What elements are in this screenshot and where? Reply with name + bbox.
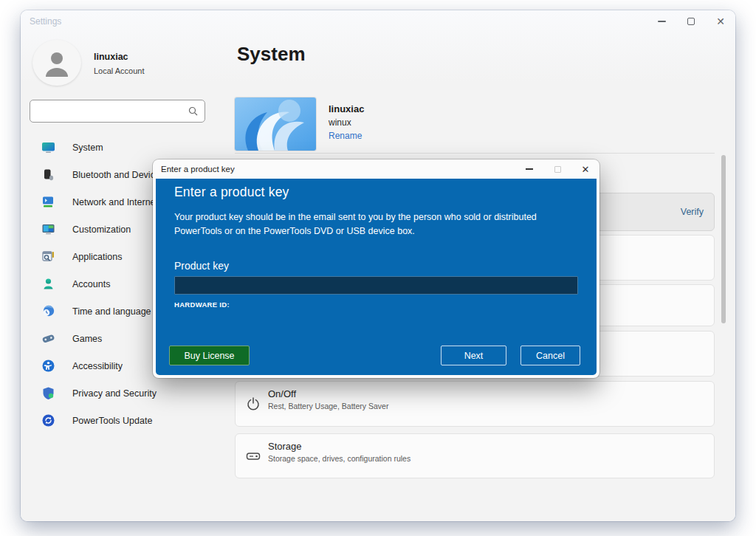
dialog-heading: Enter a product key [174,185,580,200]
device-name: linuxiac [329,103,364,114]
minimize-button[interactable] [647,11,676,32]
product-key-input[interactable] [174,276,578,295]
maximize-button[interactable] [676,11,706,32]
settings-titlebar: Settings ✕ [21,10,735,32]
account-type: Local Account [94,66,145,75]
search-input[interactable] [30,106,188,117]
dialog-close-button[interactable]: ✕ [571,160,599,178]
update-icon [41,413,55,428]
storage-subtitle: Storage space, drives, configuration rul… [268,454,410,463]
maximize-icon [687,18,695,25]
games-icon [41,331,55,346]
accounts-icon [41,277,55,292]
window-controls: ✕ [647,11,735,32]
dialog-titlebar: Enter a product key ✕ [153,159,599,179]
bluetooth-devices-icon [41,168,55,182]
storage-icon [246,449,261,464]
customization-icon [41,222,55,237]
close-icon: ✕ [716,16,725,27]
person-icon [41,47,72,78]
hardware-id-label: HARDWARE ID: [174,300,580,309]
privacy-security-icon [41,386,55,401]
device-thumbnail [235,97,316,151]
dialog-controls: ✕ [515,160,599,178]
onoff-title: On/Off [268,388,296,399]
next-button[interactable]: Next [441,346,506,365]
network-internet-icon [41,195,55,210]
search-icon [188,106,198,116]
close-button[interactable]: ✕ [706,11,735,32]
cancel-button[interactable]: Cancel [520,346,580,365]
sidebar-item-system[interactable]: System [30,134,219,161]
buy-license-button[interactable]: Buy License [169,346,250,365]
rename-link[interactable]: Rename [329,131,362,141]
section-divider [235,153,715,154]
account-name: linuxiac [94,52,128,62]
bloom-image [235,97,316,151]
maximize-icon [554,166,561,173]
power-icon [246,396,261,411]
minimize-icon [658,21,666,22]
desktop-wallpaper: Settings ✕ linuxiac Local Account [0,0,756,536]
window-title: Settings [30,16,61,27]
close-icon: ✕ [582,165,590,174]
dialog-body: Enter a product key Your product key sho… [156,179,597,375]
time-language-icon [41,304,55,319]
product-key-label: Product key [174,260,580,272]
verify-link[interactable]: Verify [681,207,704,217]
applications-icon [41,250,55,264]
dialog-actions: Buy License Next Cancel [169,346,580,365]
system-icon [41,140,55,155]
storage-title: Storage [268,441,302,452]
onoff-subtitle: Rest, Battery Usage, Battery Saver [268,402,388,410]
sidebar-item-privacy-security[interactable]: Privacy and Security [30,379,219,407]
dialog-description: Your product key should be in the email … [174,210,569,238]
dialog-title: Enter a product key [161,165,235,173]
dialog-maximize-button [543,160,571,178]
sidebar-item-powertools-update[interactable]: PowerTools Update [30,407,219,434]
vertical-scrollbar[interactable] [721,155,726,323]
storage-row[interactable]: Storage Storage space, drives, configura… [235,433,715,478]
minimize-icon [526,168,533,170]
onoff-row[interactable]: On/Off Rest, Battery Usage, Battery Save… [235,381,715,427]
dialog-minimize-button[interactable] [515,160,543,178]
page-title: System [237,43,306,66]
avatar[interactable] [32,40,81,86]
device-os: winux [329,117,351,128]
accessibility-icon [41,359,55,374]
search-box[interactable] [30,100,205,123]
product-key-dialog: Enter a product key ✕ Enter a product ke… [153,159,599,378]
